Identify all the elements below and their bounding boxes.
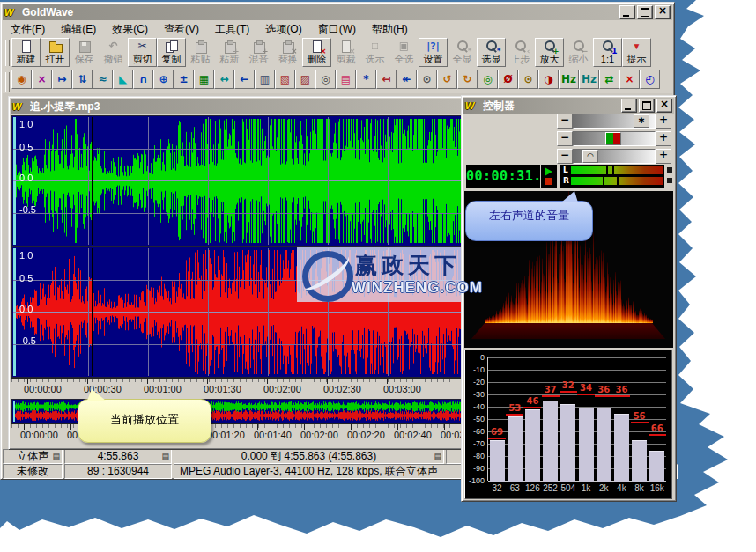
trim-button[interactable]: ×剪裁 [331, 38, 360, 67]
effect-button-17[interactable]: ▤ [336, 70, 356, 89]
volume-slider-decrease-button[interactable]: − [557, 149, 573, 164]
effect-button-12[interactable]: ← [234, 70, 255, 89]
effect-button-24[interactable]: ◎ [478, 70, 498, 89]
zoom-selection-button[interactable]: *选显 [477, 38, 506, 67]
speed-slider-increase-button[interactable]: + [656, 114, 671, 129]
grid-vline [268, 117, 269, 245]
toolbar-grip[interactable] [5, 72, 10, 92]
balance-slider-decrease-button[interactable]: − [557, 131, 573, 146]
menu-item-3[interactable]: 效果(C) [104, 20, 156, 39]
mix-button[interactable]: +混音 [244, 38, 273, 67]
effect-button-5[interactable]: ≈ [93, 70, 113, 89]
volume-slider-increase-button[interactable]: + [656, 149, 671, 164]
menu-item-7[interactable]: 窗口(W) [310, 20, 364, 39]
effect-button-15[interactable]: ▨ [295, 70, 315, 89]
menu-item-8[interactable]: 帮助(H) [364, 20, 416, 39]
left-channel-panel[interactable]: 1.00.50.0-0.5 [11, 115, 467, 247]
zoom-all-button[interactable]: *全显 [448, 38, 477, 67]
effect-button-13[interactable]: ▥ [255, 70, 275, 89]
effect-button-11[interactable]: ↔ [214, 70, 234, 89]
balance-slider-increase-button[interactable]: + [656, 131, 671, 146]
effect-button-1[interactable]: ◉ [11, 70, 32, 89]
status-menu-icon[interactable]: ▤ [161, 451, 169, 461]
effect-button-8[interactable]: ⊕ [153, 70, 174, 89]
time-ruler-label: 00:02:30 [323, 384, 361, 394]
effect-button-29[interactable]: Hz [579, 70, 599, 89]
amplitude-label: 0.5 [19, 273, 33, 283]
toolbar-grip[interactable] [5, 40, 10, 66]
select-all-button[interactable]: ▣全选 [389, 38, 419, 67]
speed-slider-thumb[interactable]: ✱ [634, 114, 649, 128]
settings-button[interactable]: |?|设置 [419, 38, 448, 67]
menu-item-6[interactable]: 选项(O) [257, 20, 309, 39]
replace-button[interactable]: ×替换 [273, 38, 302, 67]
close-button[interactable] [655, 5, 671, 19]
maximize-button[interactable] [637, 5, 653, 19]
tips-button[interactable]: ▼提示 [622, 38, 651, 67]
status-menu-icon[interactable]: ▤ [434, 451, 441, 461]
effect-button-22[interactable]: ↺ [437, 70, 457, 89]
menu-item-2[interactable]: 编辑(E) [53, 20, 104, 39]
playhead-marker[interactable] [92, 248, 93, 376]
menu-item-4[interactable]: 查看(V) [156, 20, 207, 39]
effect-button-27[interactable]: ◑ [538, 70, 559, 89]
delete-button[interactable]: ×删除 [302, 38, 331, 67]
zoom-out-button[interactable]: −缩小 [564, 38, 593, 67]
effect-button-7[interactable]: ∩ [133, 70, 153, 89]
copy-button[interactable]: 复制 [157, 38, 186, 67]
meter-bar-right [571, 177, 663, 185]
time-ruler[interactable]: 00:00:0000:00:3000:01:0000:01:3000:02:00… [11, 378, 465, 398]
document-title-bar[interactable]: W 追.小提琴.mp3 [11, 99, 467, 114]
zoom-1-1-button[interactable]: 11:1 [593, 38, 622, 67]
open-button[interactable]: 打开 [41, 38, 70, 67]
undo-button[interactable]: ↶撤销 [99, 38, 128, 67]
volume-slider-track[interactable]: ◠ [573, 149, 656, 164]
zoom-previous-button[interactable]: ‹上步 [506, 38, 535, 67]
effect-button-6[interactable]: ◣ [113, 70, 133, 89]
effect-button-10[interactable]: ▦ [194, 70, 214, 89]
effect-button-21[interactable]: ⊙ [417, 70, 437, 89]
balance-slider-thumb[interactable] [605, 132, 621, 145]
speed-slider-track[interactable]: ✱ [573, 114, 656, 129]
effect-button-25[interactable]: Ø [498, 70, 518, 89]
cut-button[interactable]: ✂剪切 [128, 38, 157, 67]
effect-button-14[interactable]: ▧ [275, 70, 295, 89]
minimize-button[interactable] [619, 5, 635, 19]
show-selection-button[interactable]: □选示 [360, 38, 389, 67]
toolbar-button-label: 撤销 [100, 54, 127, 65]
effect-button-19[interactable]: ↤ [376, 70, 397, 89]
play-indicator-icon[interactable] [545, 167, 552, 176]
new-button[interactable]: 新建 [11, 38, 41, 67]
balance-slider-track[interactable] [573, 131, 656, 146]
effect-button-30[interactable]: ⇄ [599, 70, 619, 89]
zoom-in-button[interactable]: +放大 [535, 38, 564, 67]
effect-button-9[interactable]: ± [174, 70, 194, 89]
controller-title-bar[interactable]: W 控制器 [463, 98, 674, 114]
select-all-icon: ▣ [396, 40, 413, 54]
volume-slider-thumb[interactable]: ◠ [582, 150, 598, 163]
controller-minimize-button[interactable] [621, 99, 637, 113]
speed-slider-decrease-button[interactable]: − [557, 114, 573, 129]
effect-button-32[interactable]: ◴ [640, 70, 660, 89]
save-button[interactable]: 保存 [70, 38, 99, 67]
effect-button-4[interactable]: ⇅ [72, 70, 93, 89]
effect-button-2[interactable]: × [32, 70, 52, 89]
status-menu-icon[interactable]: ▤ [52, 451, 60, 461]
effect-button-3[interactable]: ↦ [52, 70, 72, 89]
effect-button-18[interactable]: * [356, 70, 376, 89]
paste-new-button[interactable]: +粘新 [215, 38, 244, 67]
controller-maximize-button[interactable] [639, 99, 655, 113]
menu-item-5[interactable]: 工具(T) [207, 20, 257, 39]
effect-button-20[interactable]: ↞ [397, 70, 417, 89]
effect-button-26[interactable]: ⊙ [518, 70, 538, 89]
paste-button[interactable]: 粘贴 [186, 38, 215, 67]
menu-item-1[interactable]: 文件(F) [3, 20, 53, 39]
effect-button-28[interactable]: Hz [559, 70, 579, 89]
playhead-marker[interactable] [92, 117, 93, 245]
record-indicator-icon[interactable] [545, 178, 552, 185]
controller-close-button[interactable] [656, 99, 672, 113]
effect-button-23[interactable]: ↻ [457, 70, 478, 89]
main-title-bar[interactable]: W GoldWave [3, 4, 672, 20]
effect-button-31[interactable]: × [619, 70, 640, 89]
effect-button-16[interactable]: ◎ [315, 70, 336, 89]
